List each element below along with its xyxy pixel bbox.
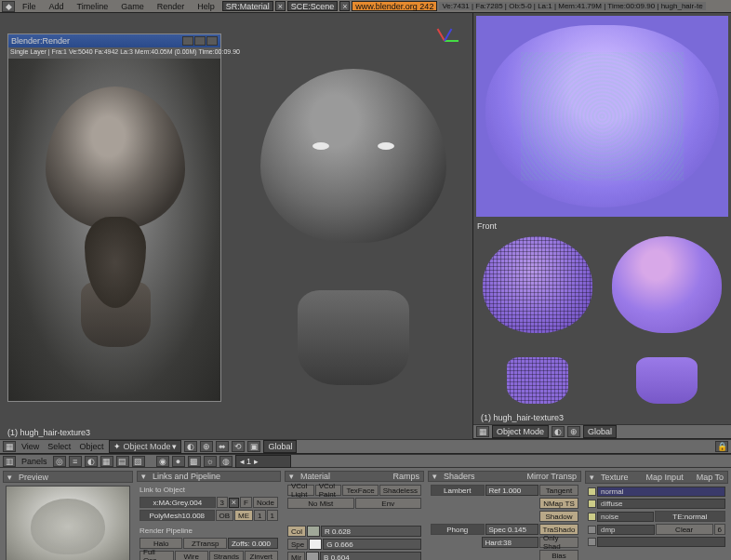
- ob-button[interactable]: OB: [216, 510, 234, 521]
- normalmap-head[interactable]: [612, 236, 722, 404]
- diffuse-shader-select[interactable]: Lambert: [431, 485, 485, 496]
- mode-selector-right[interactable]: Object Mode: [492, 425, 549, 438]
- menu-game[interactable]: Game: [115, 1, 150, 12]
- fullosa-button[interactable]: Full Osa: [140, 551, 174, 560]
- menu-object[interactable]: Object: [76, 442, 106, 451]
- zinvert-button[interactable]: Zinvert: [245, 551, 279, 560]
- lamp-subcontext-icon[interactable]: ◉: [156, 456, 169, 467]
- users-count[interactable]: 3: [217, 497, 228, 508]
- tab-shaders[interactable]: Shaders: [444, 472, 475, 481]
- viewport-head-mesh[interactable]: [260, 69, 446, 385]
- nmapts-button[interactable]: NMap TS: [539, 498, 578, 509]
- tab-mapto[interactable]: Map To: [697, 473, 724, 482]
- collapse-icon[interactable]: ▾: [432, 472, 440, 481]
- blender-link[interactable]: www.blender.org 242: [352, 1, 437, 11]
- strands-button[interactable]: Strands: [209, 551, 244, 560]
- shadeless-button[interactable]: Shadeless: [379, 485, 421, 496]
- shading-icon[interactable]: ◐: [552, 426, 565, 437]
- tex-slot-1[interactable]: diffuse: [597, 499, 725, 509]
- vcollight-button[interactable]: VCol Light: [287, 485, 314, 496]
- scene-context-icon[interactable]: ▧: [132, 456, 145, 467]
- tab-material[interactable]: Material: [300, 472, 330, 481]
- orientation-selector[interactable]: Global: [263, 440, 297, 453]
- material-subcontext-icon[interactable]: ●: [172, 456, 185, 467]
- material-name-field[interactable]: x:MA:Grey.004: [140, 497, 216, 508]
- tex-slot-2[interactable]: noise: [597, 512, 654, 522]
- spec-field[interactable]: Spec 0.145: [485, 524, 539, 535]
- wireframe-head[interactable]: [483, 236, 592, 404]
- world-subcontext-icon[interactable]: ◍: [219, 456, 233, 467]
- onlyshad-button[interactable]: Only Shad: [539, 537, 578, 548]
- vcolpaint-button[interactable]: VCol Paint: [315, 485, 342, 496]
- tab-texture[interactable]: Texture: [601, 473, 629, 482]
- tangent-button[interactable]: Tangent: [539, 485, 578, 496]
- mesh-name-field[interactable]: PolyMesh10.008: [140, 510, 215, 521]
- tex-slot-3[interactable]: dmp: [597, 525, 655, 535]
- render-window[interactable]: Blender:Render Single Layer | Fra:1 Ve:5…: [7, 33, 221, 402]
- col-swatch[interactable]: [307, 526, 320, 537]
- menu-timeline[interactable]: Timeline: [72, 1, 114, 12]
- rotate-icon[interactable]: ⟲: [232, 441, 245, 452]
- menu-file[interactable]: File: [17, 1, 42, 12]
- screen-selector[interactable]: SR:Material: [222, 1, 273, 11]
- env-button[interactable]: Env: [355, 498, 422, 509]
- blender-icon[interactable]: ◆: [2, 1, 15, 12]
- shadow-button[interactable]: Shadow: [539, 511, 578, 522]
- menu-add[interactable]: Add: [44, 1, 70, 12]
- hard-field[interactable]: Hard:38: [482, 537, 539, 548]
- texture-subcontext-icon[interactable]: ▩: [188, 456, 201, 467]
- radiosity-subcontext-icon[interactable]: ☼: [204, 456, 217, 467]
- editor-type-icon[interactable]: ▦: [3, 441, 16, 452]
- scene-delete[interactable]: ×: [339, 1, 350, 11]
- spe-button[interactable]: Spe: [287, 539, 308, 550]
- script-context-icon[interactable]: ≡: [69, 456, 82, 467]
- texture-name-field[interactable]: TE:normal: [655, 511, 725, 522]
- r-slider[interactable]: R 0.628: [321, 526, 421, 537]
- collapse-icon[interactable]: ▾: [7, 473, 15, 482]
- shading-icon[interactable]: ◐: [184, 441, 197, 452]
- spec-shader-select[interactable]: Phong: [431, 524, 485, 535]
- left-3d-viewport[interactable]: Blender:Render Single Layer | Fra:1 Ve:5…: [0, 13, 472, 439]
- menu-select[interactable]: Select: [45, 442, 73, 451]
- axis-gizmo[interactable]: [431, 27, 459, 55]
- mat-count[interactable]: 1: [267, 510, 278, 521]
- manipulator-icon[interactable]: ⬌: [216, 441, 229, 452]
- maximize-icon[interactable]: [194, 36, 206, 46]
- menu-help[interactable]: Help: [192, 1, 220, 12]
- zoffs-field[interactable]: Zoffs: 0.000: [228, 538, 278, 549]
- tex-slot-0[interactable]: normal: [597, 487, 725, 497]
- col-button[interactable]: Col: [287, 526, 306, 537]
- collapse-icon[interactable]: ▾: [289, 472, 297, 481]
- tab-mapinput[interactable]: Map Input: [646, 473, 684, 482]
- fake-user-button[interactable]: F: [240, 497, 252, 508]
- node-toggle[interactable]: Node: [253, 497, 278, 508]
- mir-swatch[interactable]: [306, 552, 319, 560]
- scale-icon[interactable]: ▣: [247, 441, 260, 452]
- panels-menu[interactable]: Panels: [19, 457, 50, 466]
- tex-slot-2-enable[interactable]: [588, 513, 596, 521]
- material-preview[interactable]: [6, 486, 130, 560]
- tex-slot-4[interactable]: [597, 537, 725, 547]
- tab-ramps[interactable]: Ramps: [392, 472, 419, 481]
- uv-image-editor[interactable]: [476, 16, 728, 217]
- mir-button[interactable]: Mir: [287, 552, 305, 560]
- scene-selector[interactable]: SCE:Scene: [287, 1, 339, 11]
- frame-field[interactable]: ◂ 1 ▸: [235, 455, 291, 468]
- tex-slot-3-enable[interactable]: [588, 526, 596, 534]
- tab-mirror[interactable]: Mirror Transp: [526, 472, 577, 481]
- render-window-titlebar[interactable]: Blender:Render: [8, 34, 220, 47]
- object-context-icon[interactable]: ▦: [100, 456, 113, 467]
- editor-type-icon[interactable]: ▦: [476, 426, 489, 437]
- editor-type-icon[interactable]: ▥: [3, 456, 16, 467]
- mat-index[interactable]: 1: [254, 510, 265, 521]
- ref-field[interactable]: Ref 1.000: [485, 485, 539, 496]
- minimize-icon[interactable]: [182, 36, 193, 46]
- pivot-icon[interactable]: ⊕: [200, 441, 213, 452]
- users-button[interactable]: 6: [714, 524, 725, 535]
- close-icon[interactable]: [206, 36, 218, 46]
- unlink-material[interactable]: ×: [229, 498, 239, 508]
- bias-button[interactable]: Bias: [539, 550, 578, 560]
- lock-icon[interactable]: 🔒: [715, 441, 728, 452]
- spe-swatch[interactable]: [309, 539, 322, 550]
- shading-context-icon[interactable]: ◐: [85, 456, 98, 467]
